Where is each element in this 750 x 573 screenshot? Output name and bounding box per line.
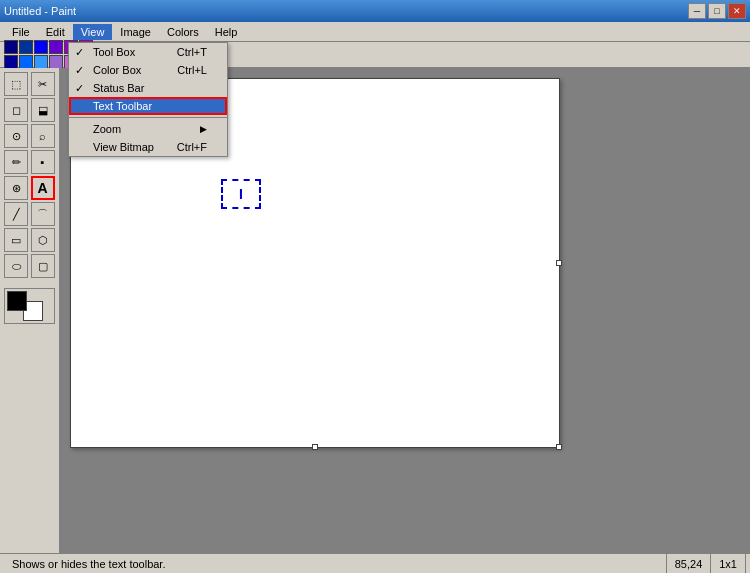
- view-dropdown-menu: ✓ Tool Box Ctrl+T ✓ Color Box Ctrl+L ✓ S…: [68, 42, 228, 157]
- menu-bar: File Edit View Image Colors Help: [0, 22, 750, 42]
- tool-grid: ⬚ ✂ ◻ ⬓ ⊙ ⌕ ✏ ▪ ⊛ A ╱ ⌒ ▭ ⬡ ⬭ ▢: [4, 72, 55, 278]
- tool-text[interactable]: A: [31, 176, 55, 200]
- menu-label-texttoolbar: Text Toolbar: [93, 100, 152, 112]
- menu-colors[interactable]: Colors: [159, 24, 207, 40]
- tool-polygon[interactable]: ⬡: [31, 228, 55, 252]
- status-size: 1x1: [711, 554, 746, 573]
- status-coords: 85,24: [667, 554, 712, 573]
- toolbox: ⬚ ✂ ◻ ⬓ ⊙ ⌕ ✏ ▪ ⊛ A ╱ ⌒ ▭ ⬡ ⬭ ▢: [0, 68, 60, 553]
- title-bar: Untitled - Paint ─ □ ✕: [0, 0, 750, 22]
- text-cursor-box: I: [221, 179, 261, 209]
- maximize-button[interactable]: □: [708, 3, 726, 19]
- swatch-skyblue[interactable]: [34, 55, 48, 69]
- menu-label-colorbox: Color Box: [93, 64, 141, 76]
- tool-eyedrop[interactable]: ⊙: [4, 124, 28, 148]
- swatch-blue[interactable]: [19, 40, 33, 54]
- check-colorbox: ✓: [75, 64, 84, 77]
- status-hint-text: Shows or hides the text toolbar.: [12, 558, 165, 570]
- shortcut-toolbox: Ctrl+T: [177, 46, 207, 58]
- shortcut-viewbitmap: Ctrl+F: [177, 141, 207, 153]
- status-coords-text: 85,24: [675, 558, 703, 570]
- tool-eraser[interactable]: ◻: [4, 98, 28, 122]
- swatch-darkblue[interactable]: [4, 55, 18, 69]
- tool-magnify[interactable]: ⌕: [31, 124, 55, 148]
- swatch-brightblue[interactable]: [34, 40, 48, 54]
- swatch-medblue[interactable]: [19, 55, 33, 69]
- color-box: [4, 288, 55, 324]
- menu-file[interactable]: File: [4, 24, 38, 40]
- status-size-text: 1x1: [719, 558, 737, 570]
- menu-label-zoom: Zoom: [93, 123, 121, 135]
- title-controls: ─ □ ✕: [688, 3, 746, 19]
- tool-pencil[interactable]: ✏: [4, 150, 28, 174]
- tool-ellipse[interactable]: ⬭: [4, 254, 28, 278]
- menu-image[interactable]: Image: [112, 24, 159, 40]
- check-statusbar: ✓: [75, 82, 84, 95]
- swatch-navy[interactable]: [4, 40, 18, 54]
- swatch-lavender[interactable]: [49, 55, 63, 69]
- resize-handle-corner[interactable]: [556, 444, 562, 450]
- menu-item-texttoolbar[interactable]: Text Toolbar: [69, 97, 227, 115]
- arrow-zoom: ▶: [200, 124, 207, 134]
- close-button[interactable]: ✕: [728, 3, 746, 19]
- tool-brush[interactable]: ▪: [31, 150, 55, 174]
- menu-label-statusbar: Status Bar: [93, 82, 144, 94]
- tool-fill[interactable]: ⬓: [31, 98, 55, 122]
- menu-item-toolbox[interactable]: ✓ Tool Box Ctrl+T: [69, 43, 227, 61]
- menu-item-zoom[interactable]: Zoom ▶: [69, 120, 227, 138]
- menu-item-colorbox[interactable]: ✓ Color Box Ctrl+L: [69, 61, 227, 79]
- menu-help[interactable]: Help: [207, 24, 246, 40]
- menu-separator: [69, 117, 227, 118]
- fg-bg-colors: [7, 291, 43, 321]
- status-hint: Shows or hides the text toolbar.: [4, 554, 667, 573]
- menu-item-viewbitmap[interactable]: View Bitmap Ctrl+F: [69, 138, 227, 156]
- title-text: Untitled - Paint: [4, 5, 76, 17]
- check-toolbox: ✓: [75, 46, 84, 59]
- tool-select-free[interactable]: ✂: [31, 72, 55, 96]
- tool-roundrect[interactable]: ▢: [31, 254, 55, 278]
- resize-handle-bottom[interactable]: [312, 444, 318, 450]
- menu-edit[interactable]: Edit: [38, 24, 73, 40]
- status-bar: Shows or hides the text toolbar. 85,24 1…: [0, 553, 750, 573]
- fg-color[interactable]: [7, 291, 27, 311]
- minimize-button[interactable]: ─: [688, 3, 706, 19]
- resize-handle-right[interactable]: [556, 260, 562, 266]
- menu-label-viewbitmap: View Bitmap: [93, 141, 154, 153]
- menu-label-toolbox: Tool Box: [93, 46, 135, 58]
- tool-curve[interactable]: ⌒: [31, 202, 55, 226]
- menu-item-statusbar[interactable]: ✓ Status Bar: [69, 79, 227, 97]
- menu-view[interactable]: View: [73, 24, 113, 40]
- tool-airbrush[interactable]: ⊛: [4, 176, 28, 200]
- tool-line[interactable]: ╱: [4, 202, 28, 226]
- tool-select-rect[interactable]: ⬚: [4, 72, 28, 96]
- shortcut-colorbox: Ctrl+L: [177, 64, 207, 76]
- tool-rect[interactable]: ▭: [4, 228, 28, 252]
- text-cursor: I: [239, 186, 243, 202]
- swatch-purple[interactable]: [49, 40, 63, 54]
